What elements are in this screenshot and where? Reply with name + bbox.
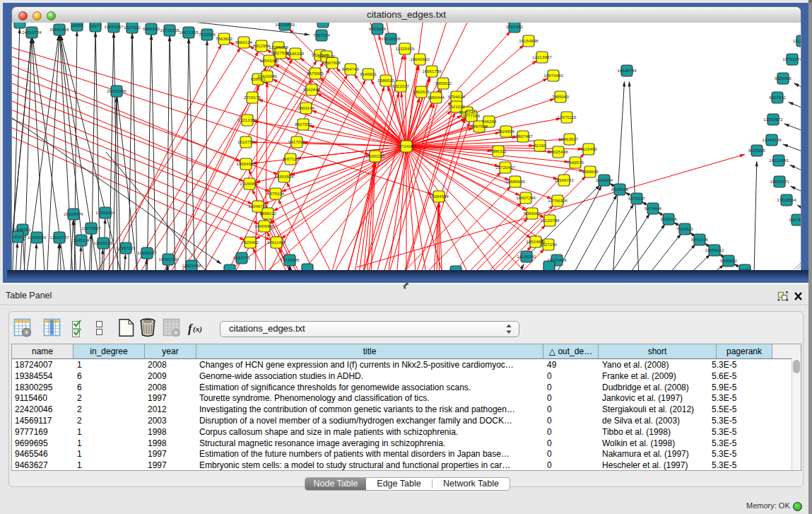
svg-text:9417006: 9417006 bbox=[288, 139, 306, 144]
svg-text:12923498: 12923498 bbox=[182, 263, 201, 268]
svg-text:7986322: 7986322 bbox=[490, 148, 507, 153]
svg-text:2803144: 2803144 bbox=[298, 105, 315, 110]
svg-text:19218506: 19218506 bbox=[381, 36, 401, 41]
svg-text:6322037: 6322037 bbox=[392, 83, 410, 88]
svg-text:10653267: 10653267 bbox=[104, 24, 124, 29]
svg-text:16549723: 16549723 bbox=[554, 177, 574, 182]
svg-text:9777169: 9777169 bbox=[463, 113, 481, 118]
svg-text:10654112: 10654112 bbox=[705, 247, 724, 252]
svg-text:9474444: 9474444 bbox=[645, 206, 662, 211]
svg-text:8454749: 8454749 bbox=[342, 66, 360, 71]
svg-text:16911447: 16911447 bbox=[266, 240, 286, 245]
svg-text:18807249: 18807249 bbox=[516, 195, 536, 200]
svg-text:1621022: 1621022 bbox=[448, 104, 466, 109]
svg-text:16782759: 16782759 bbox=[158, 257, 178, 262]
svg-text:9145061: 9145061 bbox=[14, 227, 32, 232]
svg-text:12942737: 12942737 bbox=[49, 235, 69, 240]
svg-text:24055724: 24055724 bbox=[22, 30, 42, 35]
svg-text:7549575: 7549575 bbox=[567, 160, 584, 165]
svg-text:19353594: 19353594 bbox=[274, 174, 294, 179]
svg-text:8471676: 8471676 bbox=[691, 237, 709, 242]
svg-text:13226058: 13226058 bbox=[269, 45, 288, 49]
svg-text:19166827: 19166827 bbox=[240, 181, 259, 186]
svg-text:7663822: 7663822 bbox=[216, 36, 233, 41]
svg-text:8813054: 8813054 bbox=[369, 26, 387, 31]
svg-text:2718176: 2718176 bbox=[244, 95, 261, 100]
svg-text:17957223: 17957223 bbox=[116, 245, 136, 250]
svg-text:9498222: 9498222 bbox=[259, 211, 277, 216]
svg-text:9657771: 9657771 bbox=[233, 255, 251, 260]
svg-text:16543382: 16543382 bbox=[259, 58, 279, 63]
svg-text:7515524: 7515524 bbox=[199, 32, 216, 37]
svg-text:1527602: 1527602 bbox=[124, 25, 141, 30]
svg-text:92450: 92450 bbox=[739, 267, 751, 270]
svg-text:10807487: 10807487 bbox=[513, 134, 533, 139]
svg-text:8938928: 8938928 bbox=[611, 187, 629, 192]
svg-text:2935114: 2935114 bbox=[660, 216, 677, 221]
svg-text:10046728: 10046728 bbox=[248, 204, 268, 209]
svg-text:9227342: 9227342 bbox=[769, 95, 787, 100]
svg-text:2087682: 2087682 bbox=[506, 24, 524, 29]
svg-text:12093872: 12093872 bbox=[763, 117, 783, 122]
svg-text:6794024: 6794024 bbox=[448, 94, 466, 99]
svg-text:62160: 62160 bbox=[534, 143, 546, 148]
svg-text:10688609: 10688609 bbox=[505, 179, 525, 184]
svg-text:19654983: 19654983 bbox=[236, 161, 256, 166]
svg-text:7955812: 7955812 bbox=[435, 81, 452, 86]
svg-text:1145194: 1145194 bbox=[73, 238, 90, 243]
svg-text:2527294: 2527294 bbox=[540, 242, 558, 247]
svg-text:8990444: 8990444 bbox=[428, 95, 445, 100]
svg-text:8578334: 8578334 bbox=[267, 191, 285, 196]
svg-text:1640954: 1640954 bbox=[596, 177, 613, 182]
svg-text:20053346: 20053346 bbox=[107, 88, 126, 93]
svg-text:3624554: 3624554 bbox=[498, 129, 515, 134]
svg-text:9699695: 9699695 bbox=[582, 169, 599, 174]
svg-text:7625402: 7625402 bbox=[242, 240, 259, 245]
svg-text:9242848: 9242848 bbox=[303, 87, 321, 92]
svg-text:2367608: 2367608 bbox=[324, 60, 341, 65]
svg-text:9139154: 9139154 bbox=[12, 234, 27, 239]
svg-text:8427552: 8427552 bbox=[295, 122, 312, 127]
svg-text:16210643: 16210643 bbox=[769, 158, 789, 163]
svg-text:17016504: 17016504 bbox=[777, 197, 796, 202]
svg-text:14136141: 14136141 bbox=[517, 254, 536, 259]
svg-text:20691406: 20691406 bbox=[49, 27, 69, 32]
svg-text:11125419: 11125419 bbox=[793, 38, 801, 43]
svg-text:12444139: 12444139 bbox=[762, 137, 782, 142]
svg-text:1610755: 1610755 bbox=[237, 139, 255, 144]
svg-text:12213393: 12213393 bbox=[237, 117, 257, 122]
svg-text:10756928: 10756928 bbox=[548, 198, 567, 203]
svg-text:5466012: 5466012 bbox=[318, 54, 336, 59]
svg-text:20206576: 20206576 bbox=[64, 211, 83, 216]
svg-text:746266: 746266 bbox=[482, 119, 497, 124]
svg-text:8186328: 8186328 bbox=[287, 51, 305, 56]
svg-text:16640910: 16640910 bbox=[410, 57, 430, 62]
svg-text:11325419: 11325419 bbox=[395, 46, 415, 51]
svg-text:19133426: 19133426 bbox=[547, 257, 567, 262]
svg-text:7485063: 7485063 bbox=[552, 94, 570, 99]
svg-text:12213967: 12213967 bbox=[532, 54, 552, 59]
svg-text:16033809: 16033809 bbox=[275, 23, 295, 27]
svg-text:9463627: 9463627 bbox=[561, 136, 579, 141]
svg-text:8912954: 8912954 bbox=[253, 43, 271, 48]
svg-text:6497568: 6497568 bbox=[471, 124, 488, 129]
svg-text:7857224: 7857224 bbox=[313, 33, 331, 37]
svg-text:17359924: 17359924 bbox=[95, 210, 115, 215]
svg-text:1588520: 1588520 bbox=[377, 78, 395, 83]
svg-text:6479197: 6479197 bbox=[628, 196, 646, 201]
svg-text:1362615: 1362615 bbox=[413, 89, 430, 94]
svg-text:16154838: 16154838 bbox=[519, 38, 539, 43]
svg-text:10977: 10977 bbox=[89, 23, 102, 28]
svg-text:3675685: 3675685 bbox=[307, 71, 324, 76]
svg-text:1167534: 1167534 bbox=[789, 217, 801, 222]
svg-text:10719155: 10719155 bbox=[160, 28, 180, 33]
svg-text:10973493: 10973493 bbox=[543, 73, 563, 78]
svg-text:18300295: 18300295 bbox=[365, 153, 385, 158]
svg-text:15751074: 15751074 bbox=[782, 57, 801, 62]
svg-text:10958107: 10958107 bbox=[137, 250, 157, 255]
svg-text:(x): (x) bbox=[193, 325, 202, 334]
svg-text:10025438: 10025438 bbox=[548, 149, 568, 154]
svg-text:11156829: 11156829 bbox=[28, 235, 47, 240]
svg-text:3267110: 3267110 bbox=[282, 156, 299, 161]
svg-text:7632621: 7632621 bbox=[676, 226, 694, 231]
